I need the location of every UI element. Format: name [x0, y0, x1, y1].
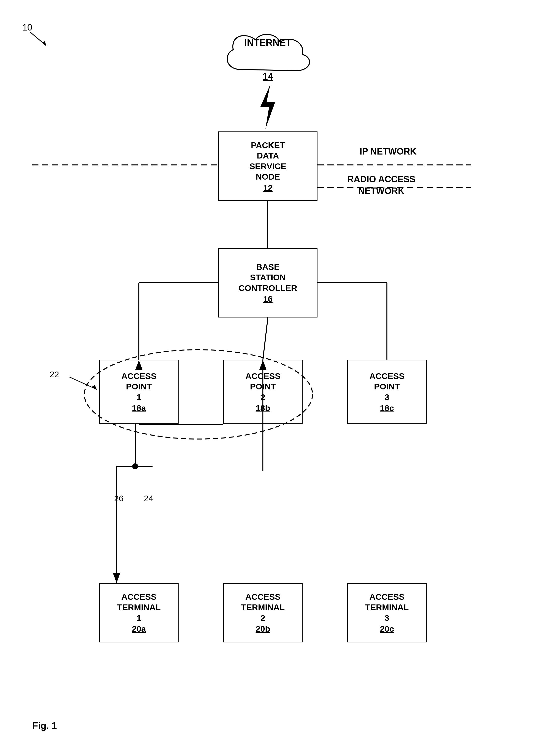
- ap2-title: ACCESSPOINT2: [245, 371, 281, 403]
- at3-title: ACCESSTERMINAL3: [365, 592, 409, 623]
- pdsn-box: PACKETDATASERVICENODE 12: [218, 131, 318, 201]
- ap2-number: 18b: [256, 403, 270, 413]
- svg-marker-5: [92, 385, 97, 389]
- at1-number: 20a: [132, 624, 146, 634]
- at2-box: ACCESSTERMINAL2 20b: [223, 583, 303, 642]
- ap1-box: ACCESSPOINT1 18a: [99, 360, 179, 424]
- ip-network-label: IP NETWORK: [360, 146, 417, 157]
- ap2-box: ACCESSPOINT2 18b: [223, 360, 303, 424]
- svg-marker-20: [113, 573, 120, 583]
- at2-title: ACCESSTERMINAL2: [241, 592, 285, 623]
- internet-cloud: INTERNET 14: [218, 25, 318, 89]
- ap3-title: ACCESSPOINT3: [369, 371, 405, 403]
- ap3-number: 18c: [380, 403, 394, 413]
- pdsn-title: PACKETDATASERVICENODE: [250, 140, 286, 182]
- lightning-bolt-svg: [255, 84, 280, 129]
- fig-label: Fig. 1: [32, 721, 57, 731]
- at2-number: 20b: [256, 624, 270, 634]
- bsc-title: BASESTATIONCONTROLLER: [239, 262, 297, 293]
- svg-marker-2: [260, 84, 275, 129]
- at1-title: ACCESSTERMINAL1: [117, 592, 161, 623]
- ref-label-22: 22: [50, 370, 59, 379]
- at3-box: ACCESSTERMINAL3 20c: [347, 583, 427, 642]
- svg-marker-1: [42, 41, 46, 46]
- at1-box: ACCESSTERMINAL1 20a: [99, 583, 179, 642]
- radio-access-label: RADIO ACCESSNETWORK: [347, 174, 416, 197]
- diagram-container: 10 INTERNET 14 PACKETDATASERVICENODE 12 …: [0, 0, 536, 756]
- svg-point-17: [132, 463, 138, 469]
- internet-label: INTERNET: [244, 37, 291, 49]
- ref-label-26: 26: [114, 494, 123, 503]
- internet-number: 14: [263, 71, 273, 82]
- svg-line-12: [263, 317, 268, 360]
- ap1-number: 18a: [132, 403, 146, 413]
- bsc-number: 16: [263, 294, 273, 304]
- bsc-box: BASESTATIONCONTROLLER 16: [218, 248, 318, 317]
- at3-number: 20c: [380, 624, 394, 634]
- ref-22-arrow-svg: [67, 375, 104, 394]
- pdsn-number: 12: [263, 183, 273, 193]
- svg-line-4: [69, 377, 97, 389]
- ap3-box: ACCESSPOINT3 18c: [347, 360, 427, 424]
- ref-10-arrow-svg: [27, 29, 50, 49]
- ref-label-24: 24: [144, 494, 153, 503]
- ap1-title: ACCESSPOINT1: [121, 371, 156, 403]
